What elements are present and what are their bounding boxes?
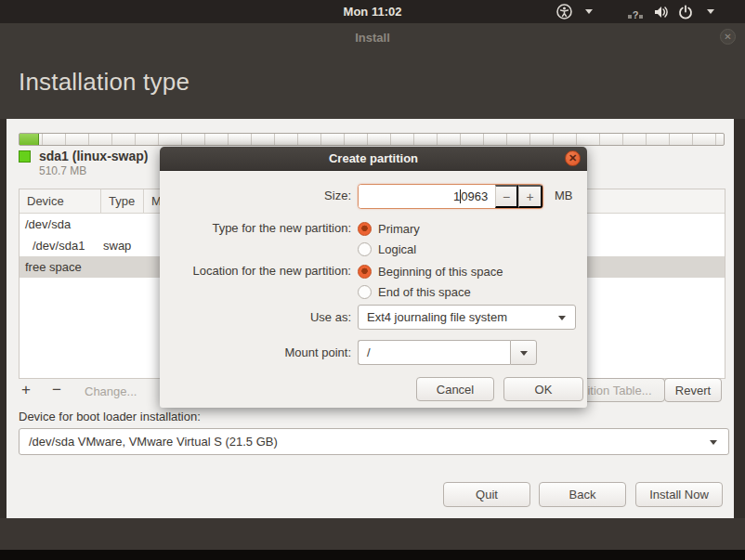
column-header-type[interactable]: Type — [101, 189, 144, 213]
radio-primary[interactable]: Primary — [358, 219, 420, 238]
page-title: Installation type — [19, 68, 190, 97]
dialog-titlebar[interactable]: Create partition ✕ — [160, 147, 587, 171]
bootloader-label: Device for boot loader installation: — [19, 410, 201, 423]
bootloader-device-value: /dev/sda VMware, VMware Virtual S (21.5 … — [29, 435, 278, 449]
desktop-background — [0, 518, 745, 550]
size-input[interactable]: 10963 — [359, 185, 495, 208]
accessibility-icon[interactable] — [555, 4, 572, 20]
partition-location-label: Location for the new partition: — [165, 264, 351, 278]
quit-button[interactable]: Quit — [443, 482, 530, 507]
mount-point-dropdown-button[interactable] — [510, 340, 537, 365]
legend-partition-size: 510.7 MB — [39, 164, 86, 177]
size-decrement-button[interactable]: − — [495, 185, 518, 208]
change-partition-button[interactable]: Change... — [85, 384, 137, 398]
mount-point-label: Mount point: — [165, 345, 351, 359]
system-panel: Mon 11:02 ? — [0, 0, 745, 23]
remove-partition-button[interactable]: − — [52, 381, 61, 399]
window-title: Install — [0, 31, 745, 45]
partition-usage-bar — [19, 133, 725, 146]
network-question-icon[interactable]: ? — [627, 4, 644, 20]
revert-button[interactable]: Revert — [664, 378, 722, 402]
chevron-down-icon[interactable] — [702, 4, 719, 20]
chevron-down-icon — [520, 351, 528, 356]
size-unit-label: MB — [555, 189, 573, 202]
window-close-icon[interactable]: ✕ — [720, 29, 736, 45]
power-icon[interactable] — [677, 4, 694, 20]
partition-type-label: Type for the new partition: — [165, 221, 351, 235]
legend-color-swatch — [19, 150, 31, 163]
radio-checked-icon[interactable] — [358, 222, 372, 236]
add-partition-button[interactable]: + — [21, 381, 31, 399]
chevron-down-icon[interactable] — [581, 4, 597, 20]
size-spinbox: 10963 − + — [358, 184, 543, 209]
install-now-button[interactable]: Install Now — [635, 482, 723, 507]
use-as-select[interactable]: Ext4 journaling file system — [358, 305, 576, 330]
mount-point-value: / — [367, 345, 371, 359]
create-partition-dialog: Create partition ✕ Size: 10963 − + MB Ty… — [160, 147, 587, 408]
radio-unchecked-icon[interactable] — [358, 285, 372, 299]
radio-checked-icon[interactable] — [358, 265, 372, 279]
cancel-button[interactable]: Cancel — [416, 377, 494, 401]
radio-end-of-space[interactable]: End of this space — [358, 282, 471, 301]
screen-edge — [0, 550, 745, 560]
chevron-down-icon — [710, 440, 717, 445]
radio-beginning-of-space[interactable]: Beginning of this space — [358, 262, 503, 280]
partition-segment-sda1 — [20, 134, 39, 145]
column-header-device[interactable]: Device — [20, 189, 101, 213]
new-partition-table-button[interactable]: ition Table... — [574, 378, 665, 402]
window-header: Install ✕ Installation type — [0, 23, 745, 119]
dialog-title: Create partition — [160, 147, 587, 170]
size-label: Size: — [165, 189, 351, 202]
chevron-down-icon — [558, 316, 566, 320]
radio-unchecked-icon[interactable] — [358, 242, 372, 256]
bootloader-device-select[interactable]: /dev/sda VMware, VMware Virtual S (21.5 … — [19, 428, 729, 455]
size-increment-button[interactable]: + — [518, 185, 542, 208]
ok-button[interactable]: OK — [503, 377, 583, 401]
back-button[interactable]: Back — [539, 482, 626, 507]
use-as-label: Use as: — [165, 310, 351, 324]
volume-icon[interactable] — [652, 4, 669, 20]
use-as-value: Ext4 journaling file system — [367, 310, 507, 324]
legend-partition-name: sda1 (linux-swap) — [39, 149, 148, 163]
dialog-close-icon[interactable]: ✕ — [565, 150, 581, 166]
radio-logical[interactable]: Logical — [358, 240, 416, 258]
mount-point-input[interactable]: / — [358, 340, 510, 365]
